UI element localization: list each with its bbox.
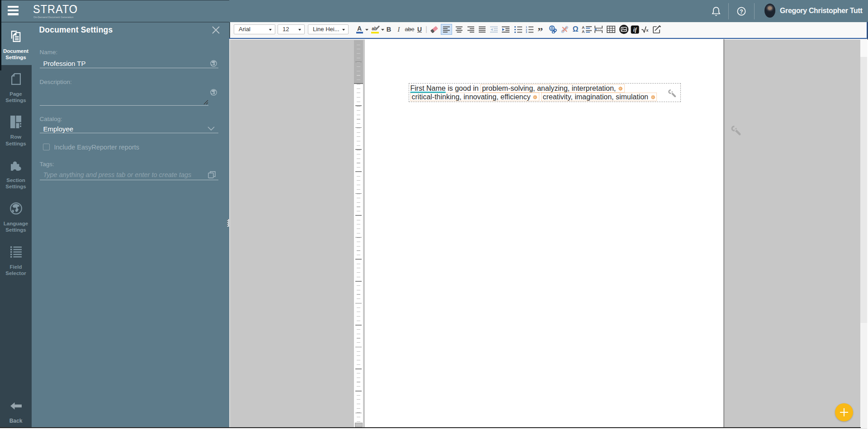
svg-text:3: 3: [526, 31, 527, 33]
svg-text:A: A: [357, 25, 362, 32]
svg-text:?: ?: [740, 9, 743, 15]
svg-text:if: if: [633, 26, 637, 33]
svg-text:A: A: [582, 29, 585, 33]
svg-text:x: x: [646, 27, 649, 33]
